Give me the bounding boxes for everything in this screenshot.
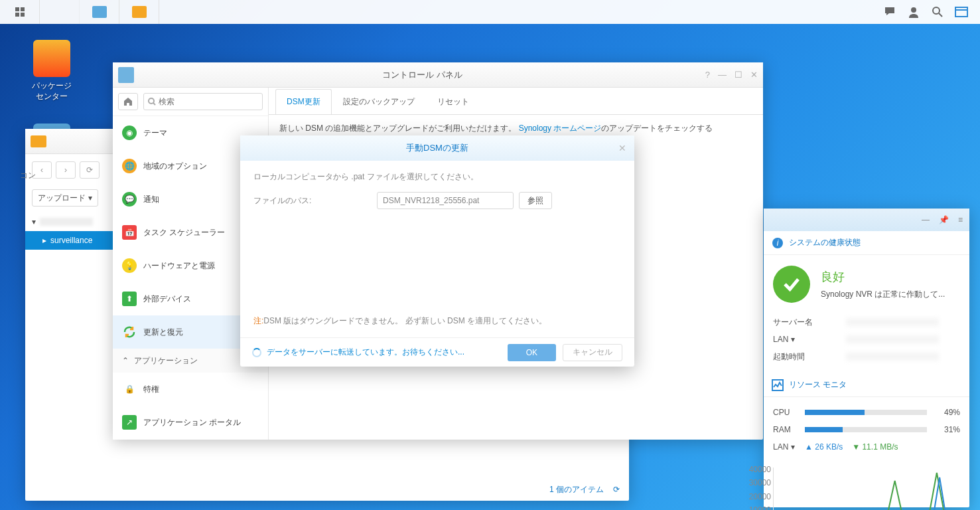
device-icon: ⬆ [122, 292, 137, 306]
sidebar-item-label: 特権 [143, 384, 159, 395]
cpu-bar-fill [805, 410, 865, 415]
window-titlebar[interactable]: コントロール パネル ? — ☐ ✕ [113, 62, 763, 88]
theme-icon: ◉ [122, 126, 137, 140]
dialog-footer: データをサーバーに転送しています。お待ちください... OK キャンセル [240, 337, 634, 367]
dialog-header[interactable]: 手動DSMの更新 ✕ [240, 135, 634, 161]
cancel-button[interactable]: キャンセル [563, 344, 622, 361]
cp-search[interactable] [143, 93, 263, 110]
synology-homepage-link[interactable]: Synology ホームページ [519, 124, 602, 133]
tree-node-label: surveillance [50, 236, 92, 245]
svg-rect-1 [21, 7, 25, 11]
svg-rect-3 [21, 13, 25, 17]
ram-bar [805, 427, 927, 432]
svg-point-4 [911, 7, 916, 13]
widgets-icon [955, 7, 968, 17]
pin-button[interactable]: 📌 [939, 215, 949, 224]
link-icon: ↗ [122, 415, 137, 430]
chevron-right-icon: › [64, 165, 67, 175]
file-path-row: ファイルのパス: 参照 [253, 192, 621, 209]
sidebar-item-label: 外部デバイス [143, 294, 191, 305]
sync-icon [122, 325, 137, 339]
sidebar-item-label: 通知 [143, 194, 159, 205]
taskbar-app-control-panel[interactable] [80, 0, 119, 24]
dialog-close-button[interactable]: ✕ [618, 143, 626, 153]
sidebar-item-privileges[interactable]: 🔒特権 [113, 373, 268, 406]
resource-monitor: CPU 49% RAM 31% LAN ▾ ▲ 26 KB/s ▼ 11.1 M… [764, 397, 969, 462]
notifications-button[interactable] [878, 0, 902, 24]
svg-line-10 [153, 103, 155, 105]
sidebar-item-label: 地域のオプション [143, 161, 207, 172]
chat-icon: 💬 [122, 192, 137, 207]
kv-key: LAN ▾ [773, 335, 846, 344]
kv-row-server: サーバー名 [773, 313, 960, 331]
path-trunc: コン [13, 170, 42, 187]
ram-row: RAM 31% [773, 421, 960, 438]
lan-row[interactable]: LAN ▾ ▲ 26 KB/s ▼ 11.1 MB/s [773, 438, 960, 456]
help-button[interactable]: ? [705, 70, 710, 80]
window-title: コントロール パネル [139, 69, 705, 81]
bulb-icon: 💡 [122, 258, 137, 273]
menu-button[interactable]: ≡ [958, 215, 963, 224]
taskbar-app-file-station[interactable] [119, 0, 159, 24]
browse-button[interactable]: 参照 [519, 192, 552, 209]
cpu-bar [805, 410, 927, 415]
refresh-icon[interactable]: ⟳ [613, 485, 620, 494]
chevron-right-icon: ▸ [42, 236, 46, 245]
info-pre: 新しい DSM の追加機能とアップグレードがご利用いただけます。 [279, 124, 519, 133]
search-input[interactable] [159, 97, 258, 106]
redacted-value [846, 353, 939, 361]
nav-forward-button[interactable]: › [56, 161, 76, 179]
control-panel-icon [92, 6, 107, 18]
refresh-icon: ⟳ [86, 165, 93, 175]
taskbar [0, 0, 980, 24]
minimize-button[interactable]: — [922, 215, 930, 224]
sidebar-item-label: テーマ [143, 128, 167, 139]
sidebar-item-portal[interactable]: ↗アプリケーション ポータル [113, 406, 268, 439]
monitor-icon [772, 379, 784, 391]
maximize-button[interactable]: ☐ [735, 70, 742, 80]
upload-button[interactable]: アップロード ▾ [32, 189, 98, 207]
search-button[interactable] [926, 0, 949, 24]
section-label: システムの健康状態 [789, 237, 861, 248]
health-sub-label: Synology NVR は正常に作動して... [821, 289, 945, 300]
health-good-label: 良好 [821, 269, 945, 285]
ok-button[interactable]: OK [508, 344, 556, 361]
kv-row-lan[interactable]: LAN ▾ [773, 331, 960, 348]
redacted-value [846, 318, 939, 326]
nav-refresh-button[interactable]: ⟳ [80, 161, 100, 179]
minimize-button[interactable]: — [718, 70, 727, 80]
user-menu-button[interactable] [902, 0, 926, 24]
section-label: リソース モニタ [789, 379, 847, 390]
tab-dsm-update[interactable]: DSM更新 [275, 89, 332, 114]
chevron-down-icon: ▾ [88, 193, 92, 203]
tab-reset[interactable]: リセット [426, 89, 480, 114]
status-text: データをサーバーに転送しています。お待ちください... [267, 347, 464, 358]
dialog-title: 手動DSMの更新 [406, 142, 468, 154]
home-button[interactable] [118, 93, 138, 110]
ram-label: RAM [773, 425, 798, 434]
dialog-instruction: ローカルコンピュータから .pat ファイルを選択してください。 [253, 171, 621, 183]
ytick: 20000 [744, 492, 771, 501]
tab-label: リセット [437, 97, 469, 106]
widgets-button[interactable] [949, 0, 973, 24]
svg-point-9 [149, 98, 154, 104]
chart-y-labels: 40000 30000 20000 10000 0 [744, 465, 771, 510]
redacted-value [846, 335, 939, 343]
user-icon [908, 6, 920, 18]
note-text: DSM 版はダウングレードできません。 必ず新しい DSM を適用してください。 [263, 316, 547, 325]
tab-backup[interactable]: 設定のバックアップ [332, 89, 426, 114]
svg-point-5 [933, 7, 940, 14]
close-button[interactable]: ✕ [750, 70, 758, 80]
cp-tabs: DSM更新 設定のバックアップ リセット [269, 88, 763, 114]
taskbar-left [0, 0, 159, 24]
system-info: サーバー名 LAN ▾ 起動時間 [764, 313, 969, 369]
file-path-input[interactable] [377, 192, 514, 209]
info-icon: i [772, 237, 784, 249]
note-label: 注: [253, 316, 263, 325]
spinner-icon [252, 348, 261, 357]
widgets-header[interactable]: — 📌 ≡ [764, 209, 969, 231]
dialog-note: 注:DSM 版はダウングレードできません。 必ず新しい DSM を適用してくださ… [253, 315, 621, 327]
desktop-icon-package-center[interactable]: パッケージ センター [28, 40, 76, 102]
control-panel-icon [118, 67, 134, 83]
main-menu-button[interactable] [0, 0, 40, 24]
